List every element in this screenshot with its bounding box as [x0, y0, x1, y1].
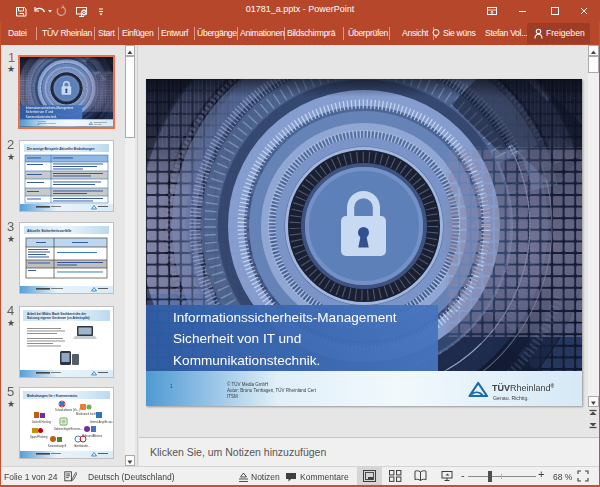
svg-text:Internit-Angriffe aus: Internit-Angriffe aus [90, 420, 113, 424]
svg-text:Datenkl Hacking: Datenkl Hacking [32, 420, 51, 424]
svg-text:Spam/Phishing: Spam/Phishing [30, 435, 48, 439]
svg-text:Identitätsdie...: Identitätsdie... [74, 444, 90, 448]
svg-text:Die wenige Beispiele Aktueller: Die wenige Beispiele Aktueller Bedrohung… [27, 147, 95, 151]
svg-text:Schadsoftware (Vir...): Schadsoftware (Vir...) [55, 408, 80, 412]
svg-text:Kennwortangriff: Kennwortangriff [48, 444, 66, 448]
svg-text:Aktuelle Sicherheitsvorfälle: Aktuelle Sicherheitsvorfälle [27, 229, 72, 233]
svg-text:Nutzung eigener Gerätswe (sn.A: Nutzung eigener Gerätswe (sn.Arbeitsplät… [27, 316, 90, 320]
svg-text:Unberechtigte/Kennnis...: Unberechtigte/Kennnis... [54, 427, 83, 431]
svg-text:Missbrauch leicht...: Missbrauch leicht... [76, 412, 98, 416]
svg-text:Bedrohungen für r Kommentantu: Bedrohungen für r Kommentantu [27, 394, 77, 398]
